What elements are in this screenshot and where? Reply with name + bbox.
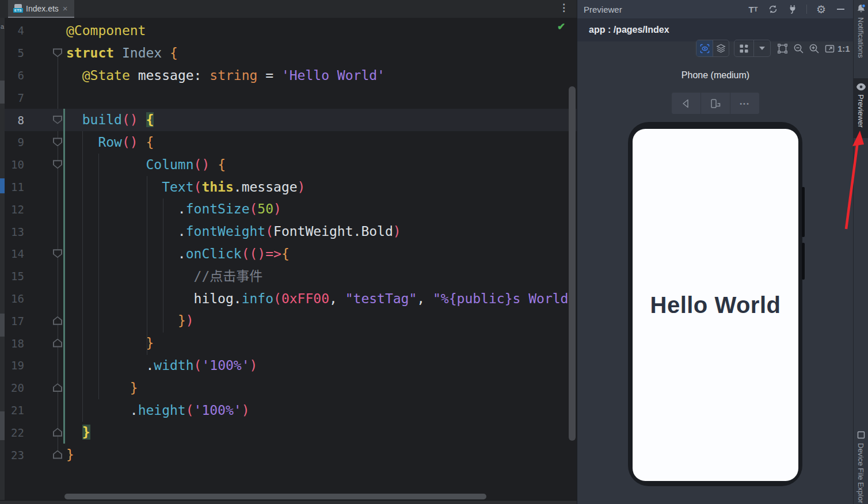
grid-dropdown-arrow[interactable] (754, 40, 770, 56)
code-line[interactable]: 9 Row() { (5, 131, 577, 154)
code-line[interactable]: 10 Column() { (5, 154, 577, 176)
code-text[interactable]: .width('100%') (64, 354, 577, 377)
close-icon[interactable]: × (63, 4, 68, 13)
line-number[interactable]: 7 (5, 91, 24, 104)
zoom-out-icon[interactable] (793, 43, 804, 54)
code-text[interactable]: .height('100%') (64, 399, 577, 422)
preview-route-label: app : /pages/Index (589, 18, 669, 41)
gear-icon[interactable]: ⚙ (816, 4, 827, 15)
vcs-change-bar (63, 109, 65, 444)
code-text[interactable]: .fontWeight(FontWeight.Bold) (64, 220, 577, 243)
toolwindow-notifications[interactable]: Notifications (854, 3, 868, 75)
code-line[interactable]: 12 .fontSize(50) (5, 198, 577, 220)
zoom-in-icon[interactable] (808, 43, 820, 54)
fold-close-icon[interactable] (53, 339, 62, 348)
analysis-check-icon[interactable]: ✔ (557, 21, 565, 33)
line-number[interactable]: 15 (5, 270, 24, 282)
line-number[interactable]: 23 (5, 449, 24, 461)
line-number[interactable]: 19 (5, 359, 24, 372)
code-text[interactable]: struct Index { (64, 42, 577, 64)
plug-icon[interactable] (787, 4, 798, 15)
code-text[interactable]: } (64, 377, 577, 399)
line-number[interactable]: 6 (5, 69, 24, 82)
code-text[interactable]: .fontSize(50) (64, 198, 577, 220)
frame-select-icon[interactable] (776, 43, 788, 54)
code-text[interactable]: } (64, 332, 577, 354)
tab-index-ets[interactable]: ETS Index.ets × (8, 0, 74, 18)
code-text[interactable]: //点击事件 (64, 265, 577, 288)
code-text[interactable]: } (64, 421, 577, 444)
code-line[interactable]: 18 } (5, 332, 577, 354)
code-text[interactable]: Text(this.message) (64, 176, 577, 198)
minimize-icon[interactable] (835, 4, 846, 15)
code-line[interactable]: 22 } (5, 421, 577, 444)
code-line[interactable]: 15 //点击事件 (5, 265, 577, 288)
refresh-icon[interactable] (767, 4, 778, 15)
code-line[interactable]: 17 }) (5, 310, 577, 332)
kebab-menu-icon[interactable]: ⋮ (559, 2, 569, 14)
code-line[interactable]: 14 .onClick(()=>{ (5, 243, 577, 265)
fold-open-icon[interactable] (53, 160, 62, 169)
code-line[interactable]: 21 .height('100%') (5, 399, 577, 422)
line-number[interactable]: 22 (5, 426, 24, 439)
code-line[interactable]: 23} (5, 444, 577, 466)
horizontal-scrollbar[interactable] (64, 494, 486, 499)
code-line[interactable]: 19 .width('100%') (5, 354, 577, 377)
components-grid-icon[interactable] (734, 40, 753, 56)
zoom-ratio-label[interactable]: 1:1 (837, 44, 850, 54)
code-text[interactable]: Column() { (64, 154, 577, 176)
line-number[interactable]: 14 (5, 247, 24, 260)
code-text[interactable]: Row() { (64, 131, 577, 154)
fold-close-icon[interactable] (53, 428, 62, 437)
line-number[interactable]: 20 (5, 381, 24, 394)
code-text[interactable]: .onClick(()=>{ (64, 243, 577, 265)
code-line[interactable]: 7 (5, 86, 577, 109)
phone-screen[interactable]: Hello World (633, 129, 798, 481)
code-line[interactable]: 8 build() { (5, 109, 577, 131)
vertical-scrollbar[interactable] (569, 86, 576, 441)
toolwindow-previewer[interactable]: Previewer (854, 78, 868, 138)
collapsed-panel-sliver[interactable]: a (0, 18, 5, 500)
line-number[interactable]: 16 (5, 292, 24, 305)
code-line[interactable]: 5struct Index { (5, 42, 577, 64)
fold-close-icon[interactable] (53, 316, 62, 325)
code-line[interactable]: 16 hilog.info(0xFF00, "testTag", "%{publ… (5, 288, 577, 310)
line-number[interactable]: 9 (5, 136, 24, 148)
toolwindow-device-file-explorer[interactable]: Device File Explor (854, 430, 868, 504)
line-number[interactable]: 5 (5, 47, 24, 59)
code-text[interactable]: } (64, 444, 577, 466)
line-number[interactable]: 8 (5, 114, 24, 127)
code-text[interactable]: }) (64, 310, 577, 332)
code-line[interactable]: 4@Component (5, 20, 577, 42)
line-number[interactable]: 11 (5, 181, 24, 193)
fold-open-icon[interactable] (53, 138, 62, 146)
code-text[interactable]: @State message: string = 'Hello World' (64, 64, 577, 87)
line-number[interactable]: 13 (5, 226, 24, 238)
line-number[interactable]: 10 (5, 158, 24, 171)
line-number[interactable]: 21 (5, 404, 24, 417)
code-line[interactable]: 6 @State message: string = 'Hello World' (5, 64, 577, 87)
fold-open-icon[interactable] (53, 48, 62, 57)
fold-close-icon[interactable] (53, 450, 62, 459)
fold-close-icon[interactable] (53, 383, 62, 392)
line-number[interactable]: 4 (5, 24, 24, 37)
line-number[interactable]: 18 (5, 337, 24, 350)
preview-eye-toggle[interactable] (696, 40, 713, 56)
code-text[interactable]: hilog.info(0xFF00, "testTag", "%{public}… (64, 288, 577, 310)
code-line[interactable]: 20 } (5, 377, 577, 399)
layers-toggle[interactable] (713, 40, 729, 56)
preview-hello-text[interactable]: Hello World (650, 292, 781, 318)
fold-open-icon[interactable] (53, 116, 62, 124)
line-number[interactable]: 17 (5, 315, 24, 327)
line-number[interactable]: 12 (5, 203, 24, 216)
more-options-button[interactable]: ••• (730, 93, 759, 114)
code-line[interactable]: 13 .fontWeight(FontWeight.Bold) (5, 220, 577, 243)
fold-open-icon[interactable] (53, 249, 62, 258)
font-size-icon[interactable]: TT (748, 4, 759, 15)
code-text[interactable]: @Component (64, 20, 577, 42)
back-button[interactable] (672, 93, 701, 114)
code-line[interactable]: 11 Text(this.message) (5, 176, 577, 198)
rotate-device-button[interactable] (701, 93, 730, 114)
fit-to-window-icon[interactable] (824, 43, 835, 54)
code-text[interactable]: build() { (64, 109, 577, 131)
